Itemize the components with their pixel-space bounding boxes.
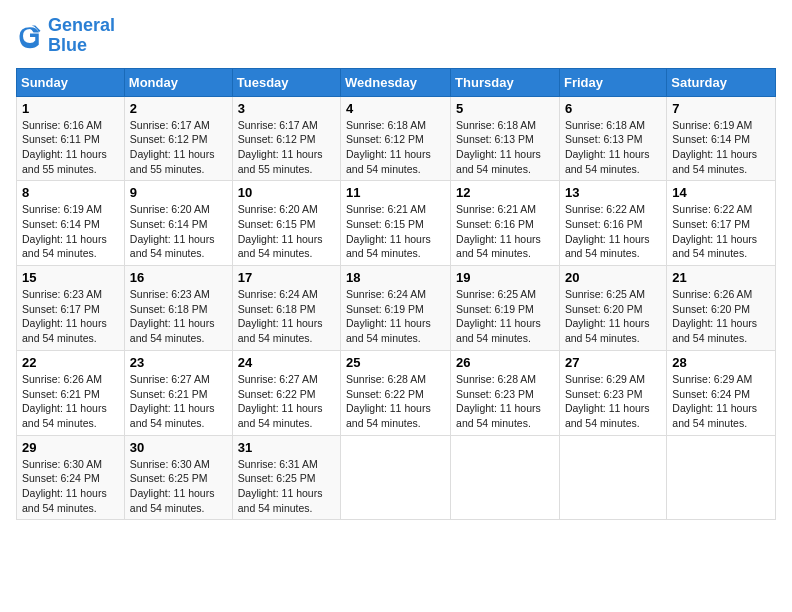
logo-text: General Blue — [48, 16, 115, 56]
day-number: 5 — [456, 101, 554, 116]
header-sunday: Sunday — [17, 68, 125, 96]
calendar-cell — [667, 435, 776, 520]
logo-icon — [16, 22, 44, 50]
day-number: 11 — [346, 185, 445, 200]
day-number: 26 — [456, 355, 554, 370]
day-info: Sunrise: 6:17 AM Sunset: 6:12 PM Dayligh… — [130, 118, 227, 177]
day-info: Sunrise: 6:30 AM Sunset: 6:24 PM Dayligh… — [22, 457, 119, 516]
calendar-cell: 4 Sunrise: 6:18 AM Sunset: 6:12 PM Dayli… — [341, 96, 451, 181]
calendar-cell: 24 Sunrise: 6:27 AM Sunset: 6:22 PM Dayl… — [232, 350, 340, 435]
day-number: 25 — [346, 355, 445, 370]
day-number: 4 — [346, 101, 445, 116]
calendar-cell: 2 Sunrise: 6:17 AM Sunset: 6:12 PM Dayli… — [124, 96, 232, 181]
day-number: 12 — [456, 185, 554, 200]
day-info: Sunrise: 6:24 AM Sunset: 6:19 PM Dayligh… — [346, 287, 445, 346]
calendar-cell: 16 Sunrise: 6:23 AM Sunset: 6:18 PM Dayl… — [124, 266, 232, 351]
calendar-cell: 15 Sunrise: 6:23 AM Sunset: 6:17 PM Dayl… — [17, 266, 125, 351]
calendar-cell: 14 Sunrise: 6:22 AM Sunset: 6:17 PM Dayl… — [667, 181, 776, 266]
day-info: Sunrise: 6:18 AM Sunset: 6:12 PM Dayligh… — [346, 118, 445, 177]
calendar-cell: 26 Sunrise: 6:28 AM Sunset: 6:23 PM Dayl… — [451, 350, 560, 435]
day-info: Sunrise: 6:17 AM Sunset: 6:12 PM Dayligh… — [238, 118, 335, 177]
day-info: Sunrise: 6:23 AM Sunset: 6:17 PM Dayligh… — [22, 287, 119, 346]
calendar-cell: 25 Sunrise: 6:28 AM Sunset: 6:22 PM Dayl… — [341, 350, 451, 435]
calendar-cell: 22 Sunrise: 6:26 AM Sunset: 6:21 PM Dayl… — [17, 350, 125, 435]
day-number: 24 — [238, 355, 335, 370]
calendar-cell: 31 Sunrise: 6:31 AM Sunset: 6:25 PM Dayl… — [232, 435, 340, 520]
day-info: Sunrise: 6:29 AM Sunset: 6:23 PM Dayligh… — [565, 372, 661, 431]
calendar-cell: 20 Sunrise: 6:25 AM Sunset: 6:20 PM Dayl… — [559, 266, 666, 351]
day-number: 23 — [130, 355, 227, 370]
day-number: 15 — [22, 270, 119, 285]
calendar-cell: 13 Sunrise: 6:22 AM Sunset: 6:16 PM Dayl… — [559, 181, 666, 266]
calendar-cell — [451, 435, 560, 520]
day-info: Sunrise: 6:21 AM Sunset: 6:15 PM Dayligh… — [346, 202, 445, 261]
day-number: 30 — [130, 440, 227, 455]
calendar-cell: 9 Sunrise: 6:20 AM Sunset: 6:14 PM Dayli… — [124, 181, 232, 266]
day-info: Sunrise: 6:25 AM Sunset: 6:19 PM Dayligh… — [456, 287, 554, 346]
calendar-cell: 11 Sunrise: 6:21 AM Sunset: 6:15 PM Dayl… — [341, 181, 451, 266]
day-number: 16 — [130, 270, 227, 285]
day-info: Sunrise: 6:31 AM Sunset: 6:25 PM Dayligh… — [238, 457, 335, 516]
calendar-cell: 17 Sunrise: 6:24 AM Sunset: 6:18 PM Dayl… — [232, 266, 340, 351]
day-info: Sunrise: 6:25 AM Sunset: 6:20 PM Dayligh… — [565, 287, 661, 346]
day-number: 17 — [238, 270, 335, 285]
day-number: 29 — [22, 440, 119, 455]
header-saturday: Saturday — [667, 68, 776, 96]
calendar-cell: 5 Sunrise: 6:18 AM Sunset: 6:13 PM Dayli… — [451, 96, 560, 181]
day-number: 10 — [238, 185, 335, 200]
calendar-cell — [341, 435, 451, 520]
calendar-cell: 28 Sunrise: 6:29 AM Sunset: 6:24 PM Dayl… — [667, 350, 776, 435]
page-header: General Blue — [16, 16, 776, 56]
calendar-cell: 6 Sunrise: 6:18 AM Sunset: 6:13 PM Dayli… — [559, 96, 666, 181]
header-thursday: Thursday — [451, 68, 560, 96]
day-info: Sunrise: 6:19 AM Sunset: 6:14 PM Dayligh… — [672, 118, 770, 177]
day-number: 6 — [565, 101, 661, 116]
day-info: Sunrise: 6:16 AM Sunset: 6:11 PM Dayligh… — [22, 118, 119, 177]
calendar-cell: 19 Sunrise: 6:25 AM Sunset: 6:19 PM Dayl… — [451, 266, 560, 351]
day-info: Sunrise: 6:28 AM Sunset: 6:23 PM Dayligh… — [456, 372, 554, 431]
day-number: 9 — [130, 185, 227, 200]
header-friday: Friday — [559, 68, 666, 96]
calendar-cell: 30 Sunrise: 6:30 AM Sunset: 6:25 PM Dayl… — [124, 435, 232, 520]
day-info: Sunrise: 6:28 AM Sunset: 6:22 PM Dayligh… — [346, 372, 445, 431]
calendar-cell: 23 Sunrise: 6:27 AM Sunset: 6:21 PM Dayl… — [124, 350, 232, 435]
day-info: Sunrise: 6:26 AM Sunset: 6:20 PM Dayligh… — [672, 287, 770, 346]
day-info: Sunrise: 6:26 AM Sunset: 6:21 PM Dayligh… — [22, 372, 119, 431]
calendar-cell — [559, 435, 666, 520]
calendar-cell: 12 Sunrise: 6:21 AM Sunset: 6:16 PM Dayl… — [451, 181, 560, 266]
day-info: Sunrise: 6:24 AM Sunset: 6:18 PM Dayligh… — [238, 287, 335, 346]
day-info: Sunrise: 6:23 AM Sunset: 6:18 PM Dayligh… — [130, 287, 227, 346]
day-info: Sunrise: 6:20 AM Sunset: 6:15 PM Dayligh… — [238, 202, 335, 261]
day-number: 27 — [565, 355, 661, 370]
day-info: Sunrise: 6:18 AM Sunset: 6:13 PM Dayligh… — [565, 118, 661, 177]
calendar-cell: 7 Sunrise: 6:19 AM Sunset: 6:14 PM Dayli… — [667, 96, 776, 181]
calendar-cell: 3 Sunrise: 6:17 AM Sunset: 6:12 PM Dayli… — [232, 96, 340, 181]
day-info: Sunrise: 6:27 AM Sunset: 6:22 PM Dayligh… — [238, 372, 335, 431]
day-info: Sunrise: 6:19 AM Sunset: 6:14 PM Dayligh… — [22, 202, 119, 261]
day-info: Sunrise: 6:18 AM Sunset: 6:13 PM Dayligh… — [456, 118, 554, 177]
day-info: Sunrise: 6:27 AM Sunset: 6:21 PM Dayligh… — [130, 372, 227, 431]
calendar-cell: 18 Sunrise: 6:24 AM Sunset: 6:19 PM Dayl… — [341, 266, 451, 351]
calendar-week-2: 8 Sunrise: 6:19 AM Sunset: 6:14 PM Dayli… — [17, 181, 776, 266]
day-info: Sunrise: 6:20 AM Sunset: 6:14 PM Dayligh… — [130, 202, 227, 261]
calendar-cell: 8 Sunrise: 6:19 AM Sunset: 6:14 PM Dayli… — [17, 181, 125, 266]
day-number: 22 — [22, 355, 119, 370]
day-number: 7 — [672, 101, 770, 116]
calendar-cell: 29 Sunrise: 6:30 AM Sunset: 6:24 PM Dayl… — [17, 435, 125, 520]
calendar-week-3: 15 Sunrise: 6:23 AM Sunset: 6:17 PM Dayl… — [17, 266, 776, 351]
calendar-cell: 21 Sunrise: 6:26 AM Sunset: 6:20 PM Dayl… — [667, 266, 776, 351]
day-number: 19 — [456, 270, 554, 285]
calendar-week-1: 1 Sunrise: 6:16 AM Sunset: 6:11 PM Dayli… — [17, 96, 776, 181]
calendar-header-row: SundayMondayTuesdayWednesdayThursdayFrid… — [17, 68, 776, 96]
day-number: 21 — [672, 270, 770, 285]
header-tuesday: Tuesday — [232, 68, 340, 96]
calendar-week-5: 29 Sunrise: 6:30 AM Sunset: 6:24 PM Dayl… — [17, 435, 776, 520]
day-number: 3 — [238, 101, 335, 116]
header-wednesday: Wednesday — [341, 68, 451, 96]
day-number: 8 — [22, 185, 119, 200]
day-number: 1 — [22, 101, 119, 116]
day-number: 31 — [238, 440, 335, 455]
logo: General Blue — [16, 16, 115, 56]
day-info: Sunrise: 6:30 AM Sunset: 6:25 PM Dayligh… — [130, 457, 227, 516]
day-number: 13 — [565, 185, 661, 200]
